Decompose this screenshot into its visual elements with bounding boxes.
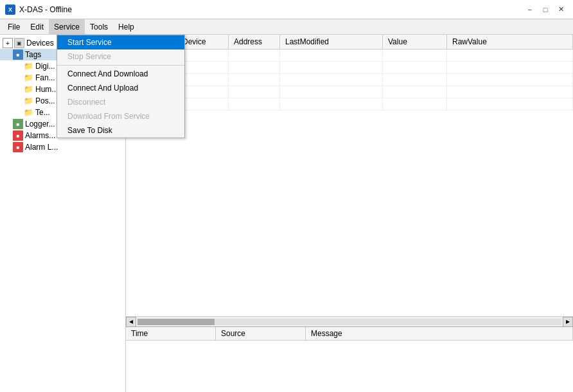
folder-icon-temp: 📁 [23,107,33,118]
folder-icon-position: 📁 [23,96,33,106]
service-dropdown: Start Service Stop Service Connect And D… [57,35,185,138]
cell-val-1 [383,62,447,73]
log-body [126,341,573,392]
app-icon: X [5,4,15,15]
cell-lm-1 [280,62,383,73]
app-title: X-DAS - Offline [19,5,72,14]
cell-address-0 [229,49,280,61]
hscroll-left-btn[interactable]: ◀ [126,317,136,327]
minimize-button[interactable]: − [523,3,537,17]
maximize-button[interactable]: □ [538,3,552,17]
cell-lm-3 [280,86,383,98]
menu-tools[interactable]: Tools [85,19,113,34]
cell-address-1 [229,62,280,73]
tree-label-digital: Digi... [35,62,55,71]
hscroll-right-btn[interactable]: ▶ [563,317,573,327]
table-row[interactable]: group [126,62,573,74]
menu-save-to-disk[interactable]: Save To Disk [57,123,184,138]
menu-file[interactable]: File [3,19,25,34]
menu-download-from-service: Download From Service [57,109,184,123]
tree-label-devices: Devices [26,39,54,48]
table-row[interactable]: group [126,86,573,98]
tree-label-alarms: Alarms... [25,131,55,140]
title-bar-controls: − □ ✕ [523,3,568,17]
alarm-icon-2: ■ [13,142,23,152]
menu-connect-download[interactable]: Connect And Download [57,67,184,81]
cell-lm-0 [280,49,383,61]
menu-connect-upload[interactable]: Connect And Upload [57,81,184,95]
bottom-panel: Time Source Message [126,326,573,392]
table-row[interactable]: group [126,49,573,62]
cell-lm-2 [280,74,383,85]
table-body: group group group [126,49,573,316]
tree-label-tags: Tags [25,50,41,59]
tree-label-humidity: Hum... [35,85,58,94]
cell-val-3 [383,86,447,98]
cell-val-2 [383,74,447,85]
cell-device-1 [177,62,229,73]
title-bar: X X-DAS - Offline − □ ✕ [0,0,573,19]
table-row[interactable]: group [126,98,573,111]
tag-icon: ■ [13,49,23,60]
col-rawvalue: RawValue [447,35,573,49]
folder-icon-fan: 📁 [23,73,33,83]
bottom-header: Time Source Message [126,327,573,341]
table-row[interactable]: group [126,74,573,86]
device-icon: ▣ [14,38,24,48]
cell-device-2 [177,74,229,85]
folder-icon-digital: 📁 [23,61,33,71]
hscroll-thumb[interactable] [137,319,215,325]
col-value: Value [383,35,447,49]
tree-label-alarml: Alarm L... [25,143,58,152]
log-col-message: Message [306,327,573,340]
cell-device-4 [177,98,229,110]
logger-icon: ■ [13,119,23,129]
tree-item-alarml[interactable]: ■ Alarm L... [0,141,125,153]
cell-device-3 [177,86,229,98]
tree-label-fan: Fan... [35,73,55,82]
log-col-time: Time [126,327,216,340]
tree-expand-devices[interactable]: + [3,38,13,48]
hscroll-track[interactable] [137,319,561,325]
menu-stop-service: Stop Service [57,49,184,64]
cell-raw-4 [447,98,573,110]
col-lastmodified: LastModified [280,35,383,49]
dropdown-separator-1 [57,65,184,66]
cell-address-3 [229,86,280,98]
folder-icon-humidity: 📁 [23,84,33,94]
cell-raw-1 [447,62,573,73]
cell-raw-0 [447,49,573,61]
menu-bar: File Edit Service Tools Help Start Servi… [0,19,573,35]
col-address: Address [229,35,280,49]
tree-label-temp: Te... [35,108,50,117]
cell-device-0 [177,49,229,61]
menu-help[interactable]: Help [113,19,139,34]
cell-val-4 [383,98,447,110]
cell-address-4 [229,98,280,110]
tree-label-position: Pos... [35,96,55,105]
menu-edit[interactable]: Edit [25,19,49,34]
col-device: Device [177,35,229,49]
menu-service[interactable]: Service [49,19,85,34]
cell-raw-2 [447,74,573,85]
right-panel: Type Device Address LastModified Value R… [126,35,573,392]
alarm-icon: ■ [13,130,23,141]
log-col-source: Source [216,327,306,340]
close-button[interactable]: ✕ [554,3,568,17]
cell-address-2 [229,74,280,85]
menu-disconnect: Disconnect [57,95,184,109]
table-header: Type Device Address LastModified Value R… [126,35,573,49]
hscroll-area[interactable]: ◀ ▶ [126,316,573,326]
tree-label-logger: Logger... [25,120,55,129]
menu-start-service[interactable]: Start Service [57,35,184,49]
title-bar-left: X X-DAS - Offline [5,4,72,15]
cell-val-0 [383,49,447,61]
cell-lm-4 [280,98,383,110]
cell-raw-3 [447,86,573,98]
